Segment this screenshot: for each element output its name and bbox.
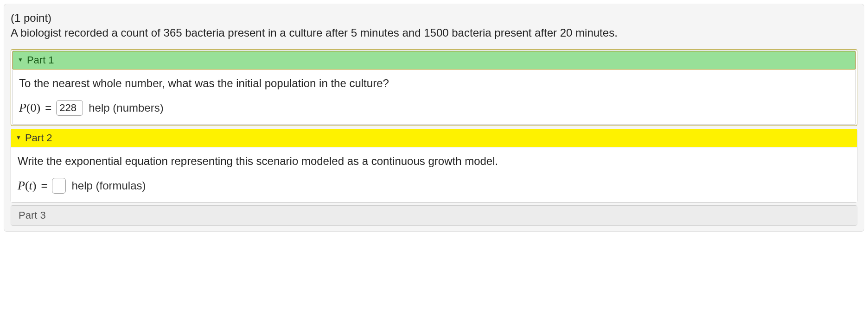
part-2-lhs: P(t): [18, 179, 36, 193]
lhs-var: P: [19, 101, 26, 114]
part-3-header[interactable]: Part 3: [11, 206, 857, 225]
part-1-lhs: P(0): [19, 101, 40, 115]
caret-down-icon: ▼: [16, 135, 21, 140]
problem-intro: (1 point) A biologist recorded a count o…: [11, 11, 857, 41]
help-formulas-link[interactable]: help (formulas): [71, 179, 146, 192]
part-2-prompt: Write the exponential equation represent…: [18, 155, 850, 168]
help-numbers-link[interactable]: help (numbers): [89, 101, 163, 114]
equals-sign: =: [45, 101, 51, 114]
part-1-wrapper: ▼ Part 1 To the nearest whole number, wh…: [11, 49, 857, 126]
part-2-title: Part 2: [25, 132, 52, 144]
caret-down-icon: ▼: [18, 57, 23, 63]
lhs-arg: 0: [31, 101, 37, 114]
part-2: ▼ Part 2 Write the exponential equation …: [11, 129, 857, 202]
part-1-title: Part 1: [27, 54, 54, 66]
part-2-header[interactable]: ▼ Part 2: [11, 129, 857, 147]
part-2-body: Write the exponential equation represent…: [11, 147, 857, 202]
part-2-answer-input[interactable]: [52, 178, 66, 194]
part-1-body: To the nearest whole number, what was th…: [13, 69, 855, 124]
part-1-answer-input[interactable]: [56, 100, 83, 116]
lhs-var: P: [18, 179, 25, 192]
part-1-answer-line: P(0) = help (numbers): [19, 100, 849, 116]
lhs-arg: t: [29, 179, 32, 192]
part-1-prompt: To the nearest whole number, what was th…: [19, 77, 849, 90]
equals-sign: =: [41, 179, 47, 192]
points-label: (1 point): [11, 11, 857, 25]
part-3: Part 3: [11, 205, 857, 226]
part-3-title: Part 3: [19, 209, 46, 221]
part-1-header[interactable]: ▼ Part 1: [13, 51, 855, 69]
problem-container: (1 point) A biologist recorded a count o…: [4, 4, 864, 232]
part-2-answer-line: P(t) = help (formulas): [18, 178, 850, 194]
part-1: ▼ Part 1 To the nearest whole number, wh…: [12, 50, 856, 125]
problem-prompt: A biologist recorded a count of 365 bact…: [11, 26, 618, 39]
